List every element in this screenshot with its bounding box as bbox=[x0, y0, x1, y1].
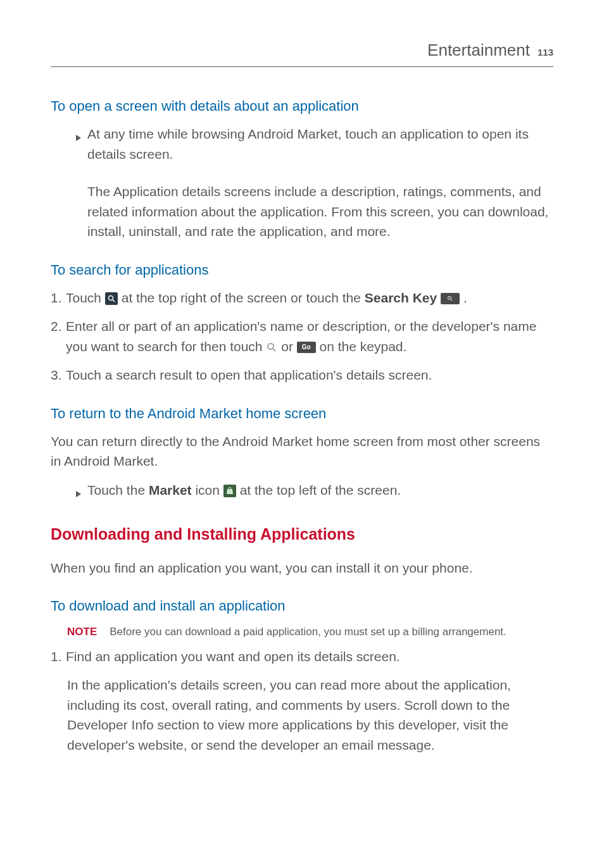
text-fragment: at the top right of the screen or touch … bbox=[122, 290, 365, 305]
heading-open-details: To open a screen with details about an a… bbox=[51, 96, 553, 116]
bullet-item: At any time while browsing Android Marke… bbox=[76, 124, 553, 173]
numbered-list: 1. Touch at the top right of the screen … bbox=[51, 288, 553, 385]
list-number: 2. bbox=[51, 316, 66, 337]
paragraph: In the application's details screen, you… bbox=[51, 675, 553, 755]
text-fragment: icon bbox=[195, 483, 223, 497]
heading-return-home: To return to the Android Market home scr… bbox=[51, 403, 553, 424]
text-fragment: Touch the bbox=[87, 483, 149, 497]
text-fragment: Touch bbox=[66, 290, 105, 305]
list-text: Find an application you want and open it… bbox=[66, 647, 400, 667]
paragraph: You can return directly to the Android M… bbox=[51, 431, 553, 471]
note-row: NOTE Before you can download a paid appl… bbox=[51, 624, 553, 640]
list-number: 1. bbox=[51, 647, 66, 667]
list-item: 1. Touch at the top right of the screen … bbox=[51, 288, 553, 308]
text-fragment: at the top left of the screen. bbox=[240, 483, 401, 497]
list-number: 1. bbox=[51, 288, 66, 308]
heading-downloading-installing: Downloading and Installing Applications bbox=[51, 523, 553, 547]
search-key-label: Search Key bbox=[365, 290, 437, 305]
bullet-item: Touch the Market icon at the top left of… bbox=[76, 480, 553, 503]
page-header: Entertainment 113 bbox=[51, 38, 553, 67]
svg-point-5 bbox=[268, 344, 274, 349]
heading-download-install-app: To download and install an application bbox=[51, 595, 553, 616]
numbered-list: 1. Find an application you want and open… bbox=[51, 647, 553, 667]
list-item: 2. Enter all or part of an application's… bbox=[51, 316, 553, 356]
list-item: 1. Find an application you want and open… bbox=[51, 647, 553, 667]
text-fragment: on the keypad. bbox=[320, 339, 407, 354]
svg-point-1 bbox=[108, 295, 113, 300]
go-button-icon: Go bbox=[297, 342, 316, 353]
header-title: Entertainment bbox=[427, 38, 530, 63]
triangle-bullet-icon bbox=[76, 127, 81, 147]
magnify-icon bbox=[266, 342, 277, 353]
market-icon bbox=[223, 485, 236, 497]
triangle-bullet-icon bbox=[76, 483, 81, 503]
list-item: 3. Touch a search result to open that ap… bbox=[51, 365, 553, 385]
bullet-text: At any time while browsing Android Marke… bbox=[87, 124, 553, 164]
note-label: NOTE bbox=[67, 624, 97, 640]
search-icon bbox=[105, 292, 118, 305]
note-text: Before you can download a paid applicati… bbox=[110, 624, 506, 640]
market-label: Market bbox=[149, 483, 192, 497]
text-fragment: or bbox=[281, 339, 297, 354]
search-key-icon bbox=[441, 293, 460, 304]
list-text: Touch a search result to open that appli… bbox=[66, 365, 432, 385]
svg-marker-7 bbox=[76, 491, 81, 497]
paragraph: When you find an application you want, y… bbox=[51, 558, 553, 578]
header-page-number: 113 bbox=[538, 46, 553, 60]
list-number: 3. bbox=[51, 365, 66, 385]
paragraph: The Application details screens include … bbox=[76, 182, 553, 242]
svg-line-2 bbox=[113, 300, 115, 302]
svg-marker-0 bbox=[76, 135, 81, 141]
svg-line-4 bbox=[451, 299, 453, 301]
svg-line-6 bbox=[273, 349, 275, 351]
svg-point-3 bbox=[448, 296, 451, 299]
heading-search-apps: To search for applications bbox=[51, 259, 553, 280]
text-fragment: . bbox=[463, 290, 467, 305]
